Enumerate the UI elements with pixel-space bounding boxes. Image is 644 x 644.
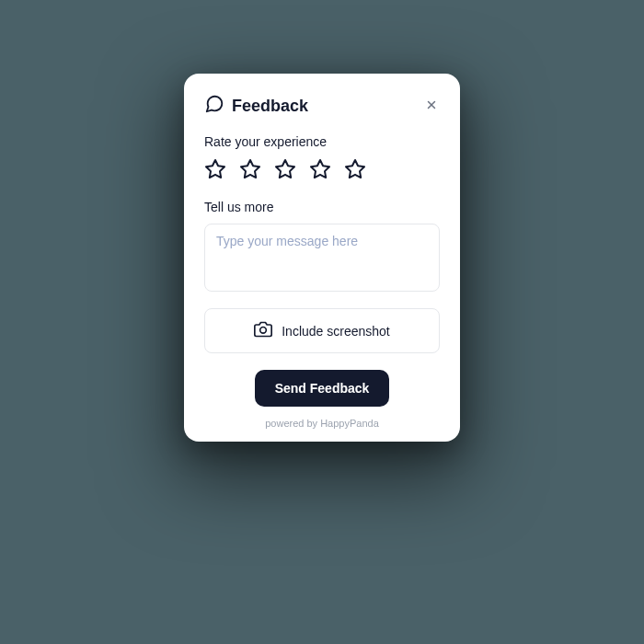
svg-marker-5 <box>311 160 329 178</box>
chat-icon <box>204 94 224 118</box>
widget-title: Feedback <box>232 97 308 116</box>
star-3[interactable] <box>274 158 296 183</box>
camera-icon <box>254 320 272 341</box>
star-icon <box>344 158 366 183</box>
star-icon <box>309 158 331 183</box>
star-2[interactable] <box>239 158 261 183</box>
svg-marker-2 <box>206 160 224 178</box>
star-4[interactable] <box>309 158 331 183</box>
rating-label: Rate your experience <box>204 134 440 149</box>
star-rating <box>204 158 440 183</box>
feedback-widget: Feedback Rate your experience <box>184 74 460 442</box>
powered-by: powered by HappyPanda <box>204 418 440 429</box>
star-5[interactable] <box>344 158 366 183</box>
widget-header: Feedback <box>204 94 440 118</box>
star-icon <box>239 158 261 183</box>
svg-marker-4 <box>276 160 294 178</box>
svg-marker-6 <box>346 160 364 178</box>
close-button[interactable] <box>423 97 440 116</box>
screenshot-label: Include screenshot <box>282 324 390 339</box>
star-icon <box>274 158 296 183</box>
star-1[interactable] <box>204 158 226 183</box>
svg-marker-3 <box>241 160 259 178</box>
message-input[interactable] <box>204 224 440 292</box>
screenshot-button[interactable]: Include screenshot <box>204 308 440 353</box>
header-title-group: Feedback <box>204 94 308 118</box>
svg-point-7 <box>260 328 267 334</box>
star-icon <box>204 158 226 183</box>
send-feedback-button[interactable]: Send Feedback <box>255 370 390 407</box>
message-label: Tell us more <box>204 200 440 214</box>
close-icon <box>425 98 438 114</box>
